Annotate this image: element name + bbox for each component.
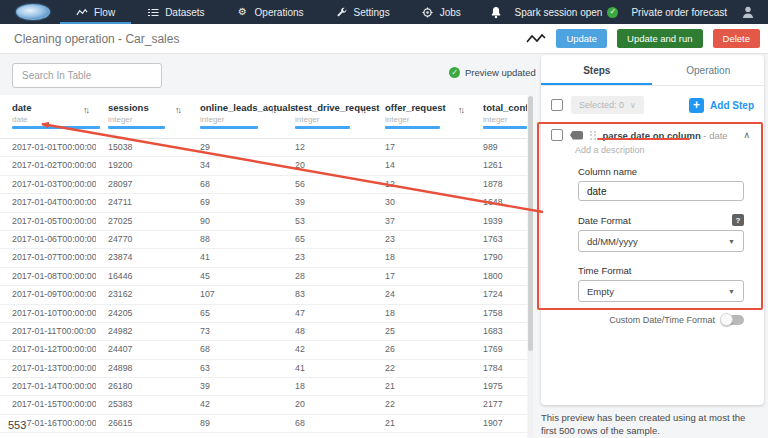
flow-chart-icon[interactable] bbox=[526, 33, 546, 45]
table-scrollbar-thumb[interactable] bbox=[528, 96, 533, 351]
table-cell: 65 bbox=[283, 231, 373, 248]
table-cell: 20 bbox=[283, 157, 373, 174]
nav-item-jobs[interactable]: Jobs bbox=[406, 0, 477, 24]
preview-status-label: Preview updated bbox=[465, 67, 536, 78]
table-row[interactable]: 2017-01-12T00:00:00.000Z244076842261769 bbox=[0, 341, 527, 359]
step-checkbox[interactable] bbox=[551, 129, 563, 141]
table-row[interactable]: 2017-01-10T00:00:00.000Z242056547181758 bbox=[0, 305, 527, 323]
column-name-input[interactable] bbox=[578, 181, 744, 201]
chevron-up-icon[interactable]: ∧ bbox=[743, 130, 750, 140]
table-cell: 41 bbox=[188, 249, 283, 266]
table-row[interactable]: 2017-01-16T00:00:00.000Z266158968211907 bbox=[0, 415, 527, 433]
column-header-online-leads-actuals[interactable]: online_leads_actuals integer ↑↓ bbox=[188, 95, 283, 138]
table-cell: 12 bbox=[373, 176, 471, 193]
table-row[interactable]: 2017-01-11T00:00:00.000Z249827348251683 bbox=[0, 323, 527, 341]
datasets-icon bbox=[147, 6, 159, 18]
custom-format-row: Custom Date/Time Format bbox=[541, 315, 744, 325]
custom-format-toggle[interactable] bbox=[722, 315, 744, 325]
sort-icon[interactable]: ↑↓ bbox=[360, 105, 365, 115]
title-bar-actions: Update Update and run Delete bbox=[526, 29, 768, 48]
table-cell: 68 bbox=[188, 176, 283, 193]
step-description-placeholder[interactable]: Add a description bbox=[575, 145, 764, 155]
table-cell: 89 bbox=[188, 415, 283, 432]
table-cell: 2017-01-02T00:00:00.000Z bbox=[0, 157, 96, 174]
table-row[interactable]: 2017-01-07T00:00:00.000Z238744123181790 bbox=[0, 249, 527, 267]
table-row[interactable]: 2017-01-06T00:00:00.000Z247708865231763 bbox=[0, 231, 527, 249]
select-all-checkbox[interactable] bbox=[551, 99, 563, 111]
column-name: total_configs bbox=[483, 102, 527, 113]
delete-button[interactable]: Delete bbox=[713, 29, 760, 48]
table-cell: 23162 bbox=[96, 286, 188, 303]
toggle-knob bbox=[720, 313, 733, 326]
table-row[interactable]: 2017-01-05T00:00:00.000Z270259053371939 bbox=[0, 213, 527, 231]
update-button[interactable]: Update bbox=[556, 29, 607, 48]
table-cell: 2017-01-04T00:00:00.000Z bbox=[0, 194, 96, 211]
column-underline bbox=[483, 126, 527, 129]
column-type: integer bbox=[108, 115, 188, 124]
nav-item-flow[interactable]: Flow bbox=[60, 0, 131, 24]
table-cell: 39 bbox=[283, 194, 373, 211]
caret-down-icon: ▼ bbox=[728, 288, 735, 295]
table-cell: 88 bbox=[188, 231, 283, 248]
column-underline bbox=[295, 126, 350, 129]
search-input[interactable] bbox=[12, 63, 162, 88]
table-cell: 20 bbox=[283, 396, 373, 413]
nav-item-settings[interactable]: Settings bbox=[320, 0, 406, 24]
app-logo[interactable] bbox=[16, 4, 50, 20]
panel-tabs: Steps Operation bbox=[541, 55, 764, 86]
table-row[interactable]: 2017-01-14T00:00:00.000Z261803918211975 bbox=[0, 378, 527, 396]
table-row[interactable]: 2017-01-04T00:00:00.000Z247116939301648 bbox=[0, 194, 527, 212]
table-row[interactable]: 2017-01-09T00:00:00.000Z2316210783241724 bbox=[0, 286, 527, 304]
column-header-total-configs[interactable]: total_configs integer bbox=[471, 95, 527, 138]
table-cell: 18 bbox=[373, 249, 471, 266]
tag-icon bbox=[570, 131, 583, 140]
table-cell: 23 bbox=[373, 231, 471, 248]
project-name[interactable]: Private order forecast bbox=[631, 7, 727, 18]
table-row[interactable]: 2017-01-08T00:00:00.000Z164464528171800 bbox=[0, 268, 527, 286]
table-cell: 26180 bbox=[96, 378, 188, 395]
tab-steps[interactable]: Steps bbox=[541, 55, 653, 85]
table-row[interactable]: 2017-01-15T00:00:00.000Z253834220222177 bbox=[0, 396, 527, 414]
sort-icon[interactable]: ↑↓ bbox=[175, 105, 180, 115]
date-format-select[interactable]: dd/MM/yyyy ▼ bbox=[578, 230, 744, 252]
column-header-test-drive-request[interactable]: test_drive_request integer ↑↓ bbox=[283, 95, 373, 138]
table-cell: 41 bbox=[283, 360, 373, 377]
table-cell: 16446 bbox=[96, 268, 188, 285]
time-format-select[interactable]: Empty ▼ bbox=[578, 280, 744, 302]
table-row[interactable]: 2017-01-03T00:00:00.000Z280976856121878 bbox=[0, 176, 527, 194]
nav-item-operations[interactable]: ⚙ Operations bbox=[221, 0, 320, 24]
column-header-offer-request[interactable]: offer_request integer ↑↓ bbox=[373, 95, 471, 138]
nav-item-datasets[interactable]: Datasets bbox=[131, 0, 220, 24]
row-count: 553 bbox=[8, 419, 26, 431]
sort-icon[interactable]: ↑↓ bbox=[270, 105, 275, 115]
table-scrollbar[interactable] bbox=[528, 96, 533, 436]
steps-panel: Steps Operation Selected: 0 ∨ + Add Step… bbox=[541, 55, 764, 405]
help-icon[interactable]: ? bbox=[732, 214, 744, 226]
bell-icon[interactable] bbox=[490, 6, 502, 19]
table-cell: 73 bbox=[188, 323, 283, 340]
column-header-date[interactable]: date date ↑↓ bbox=[0, 95, 96, 138]
sort-icon[interactable]: ↑↓ bbox=[458, 105, 463, 115]
table-row[interactable]: 2017-01-01T00:00:00.000Z15038291217989 bbox=[0, 139, 527, 157]
table-cell: 1763 bbox=[471, 231, 527, 248]
table-row[interactable]: 2017-01-13T00:00:00.000Z248986341221784 bbox=[0, 360, 527, 378]
tab-operation[interactable]: Operation bbox=[653, 55, 765, 85]
table-cell: 2017-01-01T00:00:00.000Z bbox=[0, 139, 96, 156]
drag-handle-icon[interactable] bbox=[590, 131, 596, 140]
step-title: parse date on column - date bbox=[603, 130, 728, 141]
table-cell: 2017-01-09T00:00:00.000Z bbox=[0, 286, 96, 303]
table-row[interactable]: 2017-01-02T00:00:00.000Z192003420141261 bbox=[0, 157, 527, 175]
step-header[interactable]: parse date on column - date ∧ bbox=[551, 129, 754, 141]
column-type: integer bbox=[483, 115, 527, 124]
column-header-sessions[interactable]: sessions integer ↑↓ bbox=[96, 95, 188, 138]
add-step-button[interactable]: + Add Step bbox=[689, 98, 754, 113]
column-type: integer bbox=[385, 115, 471, 124]
preview-check-icon: ✓ bbox=[449, 67, 460, 78]
table-cell: 2017-01-10T00:00:00.000Z bbox=[0, 305, 96, 322]
update-and-run-button[interactable]: Update and run bbox=[617, 29, 703, 48]
table-cell: 1261 bbox=[471, 157, 527, 174]
user-avatar-icon[interactable] bbox=[740, 4, 756, 20]
selected-dropdown[interactable]: Selected: 0 ∨ bbox=[571, 96, 644, 114]
table-cell: 1800 bbox=[471, 268, 527, 285]
sort-icon[interactable]: ↑↓ bbox=[83, 105, 88, 115]
